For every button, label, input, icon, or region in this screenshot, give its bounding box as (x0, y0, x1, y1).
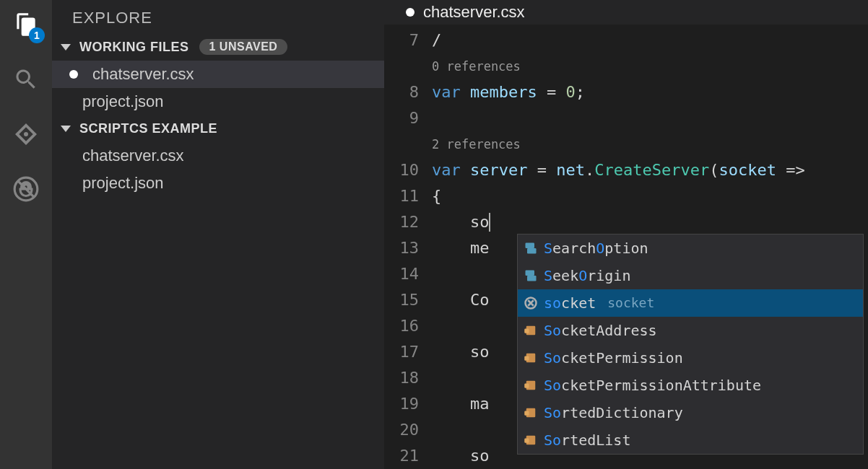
working-files-label: WORKING FILES (79, 40, 189, 55)
debug-icon[interactable] (9, 172, 43, 206)
svg-rect-10 (524, 384, 529, 388)
working-file-item[interactable]: chatserver.csx (52, 61, 384, 88)
suggest-item[interactable]: SearchOption (518, 234, 863, 262)
svg-rect-8 (524, 356, 529, 361)
svg-rect-2 (527, 248, 537, 254)
line-number-gutter: 789101112131415161718192021 (384, 25, 432, 469)
suggest-item[interactable]: SeekOrigin (518, 262, 863, 289)
svg-rect-3 (526, 271, 535, 276)
file-name: project.json (82, 92, 164, 111)
suggest-item[interactable]: SocketAddress (518, 317, 863, 344)
svg-rect-6 (524, 329, 529, 333)
project-label: SCRIPTCS EXAMPLE (79, 121, 217, 136)
activity-bar: 1 (0, 0, 52, 469)
project-header[interactable]: SCRIPTCS EXAMPLE (52, 115, 384, 142)
file-name: chatserver.csx (92, 65, 194, 84)
code-editor[interactable]: 789101112131415161718192021 /0 reference… (384, 25, 868, 469)
chevron-down-icon (61, 126, 71, 132)
file-name: chatserver.csx (82, 146, 184, 165)
working-files-header[interactable]: WORKING FILES 1 UNSAVED (52, 33, 384, 61)
explorer-badge: 1 (29, 27, 45, 43)
suggest-item[interactable]: SortedDictionary (518, 399, 863, 426)
unsaved-pill: 1 UNSAVED (199, 39, 288, 55)
tab-title: chatserver.csx (423, 3, 525, 22)
editor-tab[interactable]: chatserver.csx (384, 0, 868, 25)
search-icon[interactable] (9, 62, 43, 97)
explorer-icon[interactable]: 1 (9, 7, 43, 42)
project-file-item[interactable]: project.json (52, 170, 384, 197)
sidebar-title: EXPLORE (52, 0, 384, 33)
project-file-item[interactable]: chatserver.csx (52, 142, 384, 170)
dirty-dot-icon (406, 8, 415, 17)
suggest-item[interactable]: SocketPermissionAttribute (518, 372, 863, 399)
suggest-item[interactable]: SortedList (518, 426, 863, 454)
svg-rect-1 (526, 243, 535, 249)
file-name: project.json (82, 174, 164, 193)
intellisense-popup[interactable]: SearchOptionSeekOriginsocketsocketSocket… (517, 234, 864, 455)
source-control-icon[interactable] (9, 117, 43, 152)
suggest-item[interactable]: socketsocket (518, 289, 863, 317)
sidebar-explorer: EXPLORE WORKING FILES 1 UNSAVED chatserv… (52, 0, 384, 469)
svg-rect-4 (527, 276, 537, 281)
svg-rect-14 (524, 439, 529, 443)
suggest-item[interactable]: SocketPermission (518, 344, 863, 372)
working-file-item[interactable]: project.json (52, 88, 384, 115)
dirty-dot-icon (69, 70, 78, 79)
svg-rect-12 (524, 411, 529, 416)
editor: chatserver.csx 7891011121314151617181920… (384, 0, 868, 469)
chevron-down-icon (61, 44, 71, 51)
